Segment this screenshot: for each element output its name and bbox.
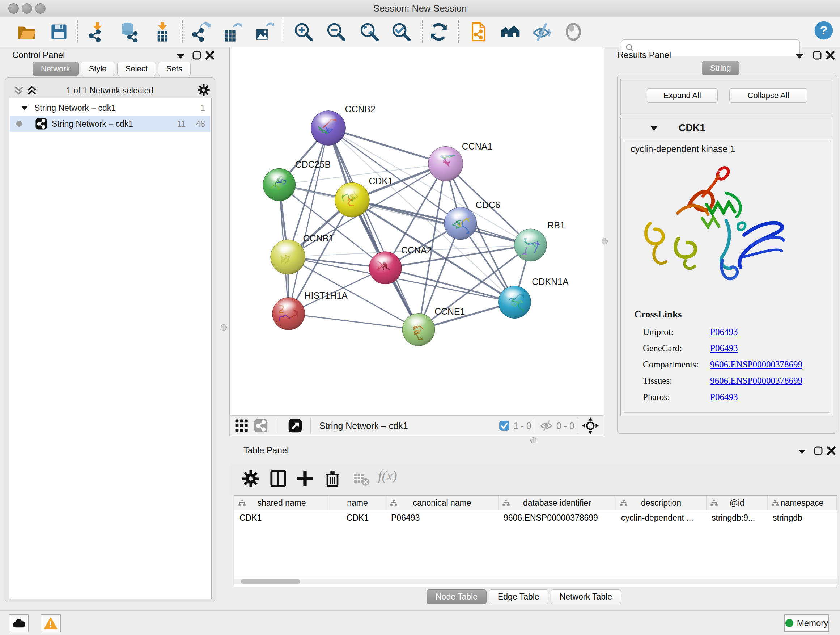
refresh-button[interactable]	[428, 21, 449, 42]
open-in-string-button[interactable]	[468, 21, 489, 42]
birds-eye-view-toggle-button[interactable]	[563, 21, 584, 42]
import-network-button[interactable]	[87, 21, 108, 42]
column-header-canonical-name[interactable]: canonical name	[386, 496, 499, 510]
export-table-button[interactable]	[221, 21, 242, 42]
tab-edge-table[interactable]: Edge Table	[489, 589, 548, 604]
crosslink-link[interactable]: P06493	[710, 343, 737, 353]
table-cell-description[interactable]: cyclin-dependent ...	[616, 510, 706, 525]
network-collection-row[interactable]: String Network – cdk1 1	[10, 100, 210, 116]
fit-selected-crosshair-icon[interactable]	[582, 417, 599, 434]
tab-network[interactable]: Network	[33, 62, 79, 76]
network-row-selected[interactable]: String Network – cdk1 11 48	[10, 116, 210, 132]
node-CDK1[interactable]	[335, 182, 369, 217]
tree-expand-icon[interactable]	[21, 105, 28, 111]
memory-button[interactable]: Memory	[784, 614, 829, 632]
zoom-out-button[interactable]	[325, 21, 347, 42]
network-share-icon	[35, 118, 47, 130]
column-header-namespace[interactable]: namespace	[767, 496, 837, 510]
collapse-all-button[interactable]: Collapse All	[729, 88, 807, 103]
show-column-button[interactable]	[268, 469, 288, 489]
left-splitter-handle[interactable]	[221, 325, 227, 331]
zoom-selected-button[interactable]	[391, 21, 412, 42]
table-cell-database-identifier[interactable]: 9606.ENSP00000378699	[499, 510, 616, 525]
control-panel-menu-icon[interactable]	[176, 53, 185, 59]
tab-style[interactable]: Style	[81, 62, 115, 76]
node-CDKN1A[interactable]	[499, 286, 531, 318]
column-header-name[interactable]: name	[329, 496, 386, 510]
node-CCNE1[interactable]	[402, 314, 435, 346]
home-button[interactable]	[500, 21, 521, 42]
table-options-gear-button[interactable]	[240, 469, 261, 489]
table-cell-namespace[interactable]: stringdb	[767, 510, 837, 525]
table-cell-@id[interactable]: stringdb:9...	[706, 510, 767, 525]
crosslink-link[interactable]: 9606.ENSP00000378699	[710, 359, 802, 370]
node-RB1[interactable]	[514, 229, 546, 261]
edge-CCNB2-CCNA1[interactable]	[328, 128, 445, 164]
column-header-description[interactable]: description	[616, 496, 706, 510]
crosslink-row: GeneCard:P06493	[643, 343, 824, 353]
table-cell-name[interactable]: CDK1	[329, 510, 386, 525]
import-table-button[interactable]	[152, 21, 173, 42]
zoom-fit-button[interactable]	[359, 21, 380, 42]
network-options-gear-icon[interactable]	[196, 83, 211, 97]
crosslink-link[interactable]: P06493	[710, 327, 737, 337]
help-button[interactable]: ?	[813, 20, 834, 41]
scrollbar-thumb[interactable]	[241, 579, 300, 584]
results-panel-close-icon[interactable]	[826, 51, 835, 60]
create-column-button[interactable]	[295, 469, 315, 489]
results-panel-menu-icon[interactable]	[795, 53, 804, 59]
show-hide-graphics-details-button[interactable]	[531, 21, 552, 42]
tab-node-table[interactable]: Node Table	[426, 589, 486, 604]
node-CCNB2[interactable]	[311, 111, 346, 146]
gene-entry-header[interactable]: CDK1	[621, 118, 833, 138]
table-panel-menu-icon[interactable]	[798, 448, 806, 455]
control-panel-close-icon[interactable]	[205, 51, 215, 60]
tab-select[interactable]: Select	[117, 62, 156, 76]
table-panel-float-icon[interactable]	[813, 446, 823, 455]
expand-all-button[interactable]: Expand All	[647, 88, 718, 103]
export-image-button[interactable]	[253, 21, 274, 42]
node-HIST1H1A[interactable]	[272, 298, 305, 330]
node-CCNA2[interactable]	[369, 252, 401, 284]
column-header-database-identifier[interactable]: database identifier	[499, 496, 616, 510]
right-splitter-handle[interactable]	[602, 238, 608, 244]
hidden-eye-icon[interactable]	[539, 420, 554, 432]
network-view-canvas[interactable]: CCNB2CCNA1CDC25BCDK1CDC6RB1CCNB1CCNA2CDK…	[229, 47, 604, 415]
save-session-button[interactable]	[49, 21, 69, 42]
cloud-status-button[interactable]	[9, 614, 29, 632]
grid-view-icon[interactable]	[235, 419, 248, 432]
open-view-icon[interactable]	[288, 418, 302, 433]
tab-sets[interactable]: Sets	[158, 62, 191, 76]
tab-string[interactable]: String	[702, 61, 739, 75]
node-CDC6[interactable]	[444, 207, 477, 240]
crosslink-link[interactable]: P06493	[710, 392, 737, 402]
control-panel-float-icon[interactable]	[192, 51, 202, 60]
zoom-in-button[interactable]	[293, 21, 314, 42]
warnings-button[interactable]	[41, 614, 61, 632]
table-cell-canonical-name[interactable]: P06493	[386, 510, 499, 525]
export-network-button[interactable]	[191, 21, 212, 42]
edge-CCNB2-HIST1H1A[interactable]	[289, 128, 328, 314]
edge-HIST1H1A-CCNE1[interactable]	[289, 314, 418, 330]
column-header-@id[interactable]: @id	[706, 496, 767, 510]
crosslink-link[interactable]: 9606.ENSP00000378699	[710, 376, 802, 386]
table-cell-shared-name[interactable]: CDK1	[234, 510, 329, 525]
tab-network-table[interactable]: Network Table	[551, 589, 621, 604]
column-header-shared-name[interactable]: shared name	[234, 496, 329, 510]
table-h-scrollbar[interactable]	[234, 579, 837, 584]
node-CCNA1[interactable]	[428, 146, 463, 181]
table-panel-close-icon[interactable]	[827, 446, 836, 455]
open-session-button[interactable]	[16, 21, 37, 42]
edge-CDK1-RB1[interactable]	[352, 200, 531, 245]
node-label-CDC25B: CDC25B	[295, 159, 331, 169]
selected-checkbox-icon[interactable]	[499, 420, 510, 431]
network-share-gray-icon[interactable]	[254, 418, 268, 433]
node-CCNB1[interactable]	[271, 240, 305, 274]
node-CDC25B[interactable]	[263, 168, 295, 201]
results-panel-float-icon[interactable]	[813, 51, 822, 60]
bottom-splitter-handle[interactable]	[531, 437, 537, 443]
import-network-from-database-button[interactable]	[118, 21, 139, 42]
delete-column-button[interactable]	[322, 469, 343, 489]
network-graph[interactable]: CCNB2CCNA1CDC25BCDK1CDC6RB1CCNB1CCNA2CDK…	[230, 48, 604, 415]
gene-collapse-icon[interactable]	[650, 125, 658, 132]
